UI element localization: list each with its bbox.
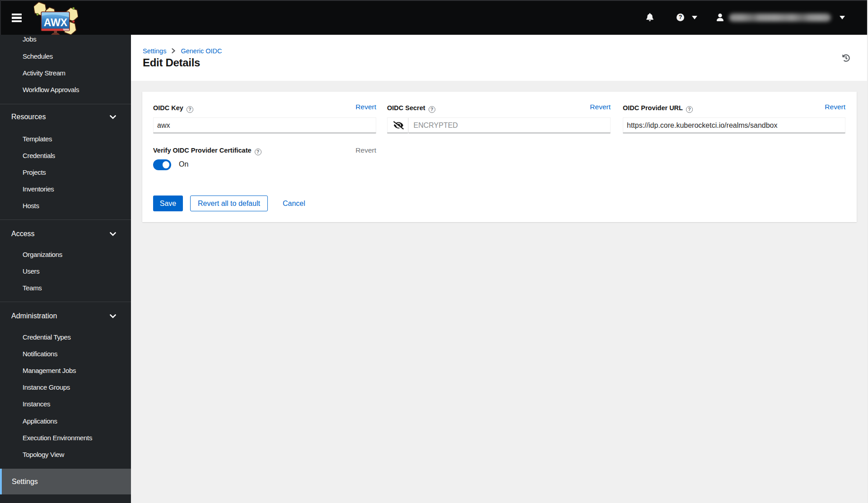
- svg-text:AWX: AWX: [44, 17, 68, 28]
